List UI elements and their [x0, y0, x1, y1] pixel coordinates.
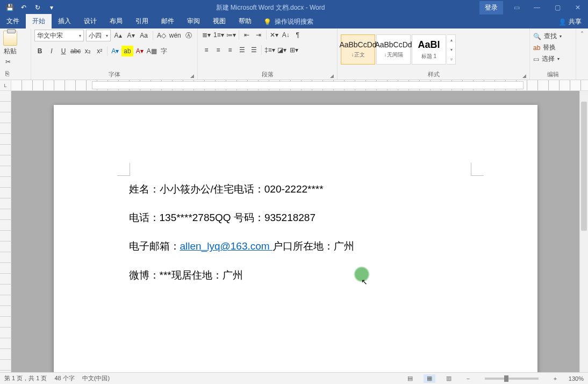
bold-button[interactable]: B — [34, 46, 45, 56]
print-layout-icon[interactable]: ▦ — [424, 374, 435, 383]
cut-icon[interactable]: ✂ — [5, 58, 15, 68]
style-heading-1[interactable]: AaBl 标题 1 — [412, 34, 446, 65]
asian-layout-icon[interactable]: ✕▾ — [269, 30, 279, 40]
increase-indent-icon[interactable]: ⇥ — [253, 30, 264, 40]
save-icon[interactable]: 💾 — [3, 1, 16, 14]
quick-access-toolbar: 💾 ↶ ↻ ▾ — [0, 1, 61, 14]
dialog-launcher-styles[interactable]: ◢ — [522, 73, 526, 79]
select-button[interactable]: ▭选择▾ — [533, 54, 560, 63]
qat-more-icon[interactable]: ▾ — [45, 1, 58, 14]
tab-file[interactable]: 文件 — [0, 14, 26, 29]
margin-mark-tl — [117, 163, 130, 176]
decrease-indent-icon[interactable]: ⇤ — [241, 30, 252, 40]
group-font: 华文中宋▾ 小四▾ A▴ A▾ Aa A◇ wén Ⓐ B I U abc x₂… — [31, 29, 198, 80]
copy-icon[interactable]: ⎘ — [5, 70, 15, 80]
document-canvas[interactable]: 姓名：小小筱办公/住宅电话：020-2222**** 电话：135****278… — [11, 91, 579, 372]
justify-icon[interactable]: ☰ — [236, 45, 247, 55]
dialog-launcher-paragraph[interactable]: ◢ — [330, 73, 334, 79]
tab-view[interactable]: 视图 — [206, 14, 232, 29]
zoom-value[interactable]: 130% — [569, 375, 584, 382]
zoom-out-icon[interactable]: − — [462, 374, 474, 383]
doc-line-1[interactable]: 姓名：小小筱办公/住宅电话：020-2222**** — [129, 175, 468, 203]
tab-help[interactable]: 帮助 — [232, 14, 258, 29]
phonetic-guide-icon[interactable]: wén — [169, 30, 181, 41]
replace-button[interactable]: ab替换 — [533, 43, 556, 52]
borders-icon[interactable]: ⊞▾ — [289, 45, 299, 55]
email-link[interactable]: allen_lyq@163.com — [180, 240, 273, 252]
doc-line-2[interactable]: 电话：135****2785QQ 号码：935218287 — [129, 203, 468, 232]
zoom-thumb[interactable] — [504, 375, 508, 382]
shrink-font-icon[interactable]: A▾ — [126, 30, 137, 41]
margin-mark-tr — [471, 163, 484, 176]
align-right-icon[interactable]: ≡ — [225, 45, 235, 55]
scrollbar-thumb[interactable] — [581, 102, 587, 231]
font-size-select[interactable]: 小四▾ — [86, 30, 110, 41]
style-no-spacing[interactable]: AaBbCcDd ↓无间隔 — [376, 34, 411, 65]
align-center-icon[interactable]: ≡ — [213, 45, 224, 55]
font-color-icon[interactable]: A▾ — [134, 46, 145, 56]
line-spacing-icon[interactable]: ‡≡▾ — [264, 45, 276, 55]
doc-line-4[interactable]: 微博：***现居住地：广州 — [129, 261, 468, 289]
sort-icon[interactable]: A↓ — [281, 30, 291, 40]
doc-line-3[interactable]: 电子邮箱：allen_lyq@163.com 户口所在地：广州 — [129, 232, 468, 260]
find-button[interactable]: 🔍查找▾ — [533, 32, 562, 41]
ribbon: 粘贴 ✂ ⎘ 🖌 剪贴板◢ 华文中宋▾ 小四▾ A▴ A▾ Aa A◇ wén … — [0, 29, 588, 80]
read-mode-icon[interactable]: ▤ — [404, 374, 416, 383]
horizontal-ruler[interactable]: L — [0, 80, 588, 91]
multilevel-list-icon[interactable]: ≔▾ — [226, 30, 236, 40]
ruler-corner[interactable]: L — [0, 80, 11, 90]
bullets-icon[interactable]: ≣▾ — [201, 30, 212, 40]
status-language[interactable]: 中文(中国) — [82, 374, 110, 382]
document-page[interactable]: 姓名：小小筱办公/住宅电话：020-2222**** 电话：135****278… — [54, 105, 537, 372]
styles-more[interactable]: ▴▾▿ — [447, 34, 456, 65]
tab-review[interactable]: 审阅 — [181, 14, 206, 29]
zoom-slider[interactable] — [485, 378, 539, 380]
zoom-in-icon[interactable]: + — [549, 374, 561, 383]
enclose-char-icon[interactable]: 字 — [159, 46, 169, 56]
close-icon[interactable]: ✕ — [568, 0, 588, 15]
font-name-select[interactable]: 华文中宋▾ — [34, 30, 84, 41]
tab-mailings[interactable]: 邮件 — [155, 14, 181, 29]
web-layout-icon[interactable]: ▥ — [443, 374, 455, 383]
strikethrough-button[interactable]: abc — [70, 46, 81, 56]
italic-button[interactable]: I — [46, 46, 57, 56]
tab-design[interactable]: 设计 — [77, 14, 103, 29]
shading-icon[interactable]: ◪▾ — [277, 45, 288, 55]
signin-button[interactable]: 登录 — [479, 1, 503, 15]
dialog-launcher-font[interactable]: ◢ — [190, 73, 194, 79]
text-effects-icon[interactable]: A▾ — [110, 46, 120, 56]
status-wordcount[interactable]: 48 个字 — [54, 374, 74, 382]
ribbon-display-icon[interactable]: ▭ — [506, 0, 527, 15]
highlight-icon[interactable]: ab — [121, 46, 133, 56]
show-marks-icon[interactable]: ¶ — [292, 30, 303, 40]
change-case-icon[interactable]: Aa — [139, 30, 149, 41]
collapse-ribbon-icon[interactable]: ˄ — [576, 29, 588, 80]
subscript-button[interactable]: x₂ — [82, 46, 93, 56]
paste-button[interactable]: 粘贴 — [3, 30, 17, 56]
char-shading-icon[interactable]: A▦ — [146, 46, 157, 56]
tab-home[interactable]: 开始 — [26, 14, 52, 29]
status-bar: 第 1 页，共 1 页 48 个字 中文(中国) ▤ ▦ ▥ − + 130% — [0, 372, 588, 384]
clear-format-icon[interactable]: A◇ — [156, 30, 167, 41]
status-page[interactable]: 第 1 页，共 1 页 — [4, 374, 47, 382]
redo-icon[interactable]: ↻ — [31, 1, 44, 14]
share-button[interactable]: 👤 共享 — [552, 15, 588, 29]
tab-references[interactable]: 引用 — [129, 14, 155, 29]
numbering-icon[interactable]: 1≡▾ — [213, 30, 225, 40]
undo-icon[interactable]: ↶ — [17, 1, 30, 14]
grow-font-icon[interactable]: A▴ — [113, 30, 124, 41]
tab-layout[interactable]: 布局 — [103, 14, 129, 29]
vertical-ruler[interactable] — [0, 91, 11, 372]
char-border-icon[interactable]: Ⓐ — [183, 30, 194, 41]
align-left-icon[interactable]: ≡ — [201, 45, 212, 55]
vertical-scrollbar[interactable] — [579, 91, 588, 372]
maximize-icon[interactable]: ▢ — [547, 0, 568, 15]
tell-me[interactable]: 💡 操作说明搜索 — [258, 15, 319, 29]
underline-button[interactable]: U — [58, 46, 69, 56]
distribute-icon[interactable]: ☰ — [248, 45, 259, 55]
superscript-button[interactable]: x² — [94, 46, 105, 56]
style-normal[interactable]: AaBbCcDd ↓正文 — [341, 34, 375, 65]
minimize-icon[interactable]: — — [527, 0, 547, 15]
tab-insert[interactable]: 插入 — [52, 14, 77, 29]
paste-label: 粘贴 — [4, 47, 17, 56]
